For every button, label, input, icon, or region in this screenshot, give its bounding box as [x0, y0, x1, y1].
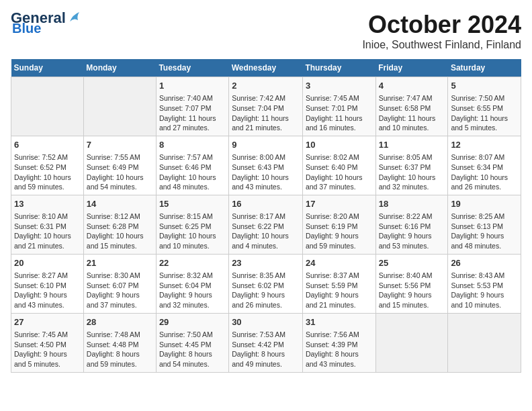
- day-info: Sunrise: 8:17 AM Sunset: 6:22 PM Dayligh…: [232, 212, 300, 251]
- calendar-cell: 22Sunrise: 8:32 AM Sunset: 6:04 PM Dayli…: [156, 254, 228, 313]
- calendar-cell: [83, 77, 156, 136]
- calendar-cell: 16Sunrise: 8:17 AM Sunset: 6:22 PM Dayli…: [229, 195, 303, 254]
- calendar-subtitle: Inioe, Southwest Finland, Finland: [362, 39, 521, 51]
- calendar-cell: 29Sunrise: 7:50 AM Sunset: 4:45 PM Dayli…: [156, 313, 228, 372]
- day-info: Sunrise: 8:07 AM Sunset: 6:34 PM Dayligh…: [451, 152, 518, 192]
- calendar-cell: 20Sunrise: 8:27 AM Sunset: 6:10 PM Dayli…: [11, 254, 84, 313]
- calendar-cell: [11, 77, 84, 136]
- weekday-header-tuesday: Tuesday: [156, 59, 228, 77]
- day-number: 8: [159, 139, 226, 151]
- calendar-title: October 2024: [362, 11, 521, 39]
- calendar-cell: 12Sunrise: 8:07 AM Sunset: 6:34 PM Dayli…: [448, 136, 521, 195]
- day-info: Sunrise: 8:15 AM Sunset: 6:25 PM Dayligh…: [159, 212, 226, 251]
- calendar-cell: 13Sunrise: 8:10 AM Sunset: 6:31 PM Dayli…: [11, 195, 84, 254]
- day-info: Sunrise: 7:45 AM Sunset: 4:50 PM Dayligh…: [14, 330, 81, 369]
- day-number: 14: [87, 198, 153, 210]
- day-info: Sunrise: 8:40 AM Sunset: 5:56 PM Dayligh…: [379, 271, 445, 310]
- day-number: 18: [379, 198, 445, 210]
- weekday-header-friday: Friday: [375, 59, 448, 77]
- logo-bird-icon: [67, 9, 82, 24]
- calendar-cell: 11Sunrise: 8:05 AM Sunset: 6:37 PM Dayli…: [375, 136, 448, 195]
- day-number: 22: [159, 257, 226, 269]
- day-number: 5: [451, 80, 518, 92]
- day-number: 24: [306, 257, 373, 269]
- calendar-week-4: 20Sunrise: 8:27 AM Sunset: 6:10 PM Dayli…: [11, 254, 521, 313]
- weekday-header-sunday: Sunday: [11, 59, 84, 77]
- day-info: Sunrise: 8:22 AM Sunset: 6:16 PM Dayligh…: [379, 212, 445, 251]
- day-info: Sunrise: 7:50 AM Sunset: 6:55 PM Dayligh…: [451, 93, 518, 133]
- day-info: Sunrise: 8:27 AM Sunset: 6:10 PM Dayligh…: [14, 271, 81, 310]
- day-info: Sunrise: 7:45 AM Sunset: 7:01 PM Dayligh…: [306, 93, 373, 133]
- day-number: 27: [14, 316, 81, 328]
- day-number: 20: [14, 257, 81, 269]
- calendar-cell: [375, 313, 448, 372]
- day-number: 19: [451, 198, 518, 210]
- day-info: Sunrise: 7:42 AM Sunset: 7:04 PM Dayligh…: [232, 93, 300, 133]
- day-number: 9: [232, 139, 300, 151]
- calendar-cell: 15Sunrise: 8:15 AM Sunset: 6:25 PM Dayli…: [156, 195, 228, 254]
- calendar-cell: 2Sunrise: 7:42 AM Sunset: 7:04 PM Daylig…: [229, 77, 303, 136]
- day-number: 28: [87, 316, 153, 328]
- day-number: 1: [159, 80, 226, 92]
- day-info: Sunrise: 8:30 AM Sunset: 6:07 PM Dayligh…: [87, 271, 153, 310]
- day-number: 6: [14, 139, 81, 151]
- calendar-cell: 27Sunrise: 7:45 AM Sunset: 4:50 PM Dayli…: [11, 313, 84, 372]
- day-info: Sunrise: 8:00 AM Sunset: 6:43 PM Dayligh…: [232, 152, 300, 192]
- calendar-cell: 7Sunrise: 7:55 AM Sunset: 6:49 PM Daylig…: [83, 136, 156, 195]
- calendar-cell: 9Sunrise: 8:00 AM Sunset: 6:43 PM Daylig…: [229, 136, 303, 195]
- calendar-cell: 14Sunrise: 8:12 AM Sunset: 6:28 PM Dayli…: [83, 195, 156, 254]
- calendar-cell: 10Sunrise: 8:02 AM Sunset: 6:40 PM Dayli…: [302, 136, 375, 195]
- day-info: Sunrise: 7:50 AM Sunset: 4:45 PM Dayligh…: [159, 330, 226, 369]
- day-info: Sunrise: 7:52 AM Sunset: 6:52 PM Dayligh…: [14, 152, 81, 192]
- calendar-cell: 25Sunrise: 8:40 AM Sunset: 5:56 PM Dayli…: [375, 254, 448, 313]
- calendar-table: SundayMondayTuesdayWednesdayThursdayFrid…: [11, 59, 521, 373]
- day-number: 3: [306, 80, 373, 92]
- day-info: Sunrise: 7:53 AM Sunset: 4:42 PM Dayligh…: [232, 330, 300, 369]
- calendar-cell: 3Sunrise: 7:45 AM Sunset: 7:01 PM Daylig…: [302, 77, 375, 136]
- weekday-header-saturday: Saturday: [448, 59, 521, 77]
- calendar-cell: 1Sunrise: 7:40 AM Sunset: 7:07 PM Daylig…: [156, 77, 228, 136]
- weekday-header-thursday: Thursday: [302, 59, 375, 77]
- day-number: 25: [379, 257, 445, 269]
- day-number: 16: [232, 198, 300, 210]
- logo-blue-text: Blue: [12, 21, 41, 35]
- day-info: Sunrise: 7:55 AM Sunset: 6:49 PM Dayligh…: [87, 152, 153, 192]
- calendar-week-1: 1Sunrise: 7:40 AM Sunset: 7:07 PM Daylig…: [11, 77, 521, 136]
- day-number: 26: [451, 257, 518, 269]
- calendar-week-2: 6Sunrise: 7:52 AM Sunset: 6:52 PM Daylig…: [11, 136, 521, 195]
- day-number: 21: [87, 257, 153, 269]
- day-number: 11: [379, 139, 445, 151]
- day-info: Sunrise: 7:47 AM Sunset: 6:58 PM Dayligh…: [379, 93, 445, 133]
- calendar-cell: 30Sunrise: 7:53 AM Sunset: 4:42 PM Dayli…: [229, 313, 303, 372]
- day-info: Sunrise: 8:25 AM Sunset: 6:13 PM Dayligh…: [451, 212, 518, 251]
- day-number: 30: [232, 316, 300, 328]
- calendar-cell: 6Sunrise: 7:52 AM Sunset: 6:52 PM Daylig…: [11, 136, 84, 195]
- day-info: Sunrise: 8:20 AM Sunset: 6:19 PM Dayligh…: [306, 212, 373, 251]
- day-info: Sunrise: 7:40 AM Sunset: 7:07 PM Dayligh…: [159, 93, 226, 133]
- day-number: 15: [159, 198, 226, 210]
- day-info: Sunrise: 7:57 AM Sunset: 6:46 PM Dayligh…: [159, 152, 226, 192]
- day-info: Sunrise: 8:10 AM Sunset: 6:31 PM Dayligh…: [14, 212, 81, 251]
- weekday-header-monday: Monday: [83, 59, 156, 77]
- day-info: Sunrise: 7:56 AM Sunset: 4:39 PM Dayligh…: [306, 330, 373, 369]
- title-block: October 2024 Inioe, Southwest Finland, F…: [362, 11, 521, 51]
- calendar-cell: [448, 313, 521, 372]
- calendar-cell: 18Sunrise: 8:22 AM Sunset: 6:16 PM Dayli…: [375, 195, 448, 254]
- day-number: 4: [379, 80, 445, 92]
- day-number: 12: [451, 139, 518, 151]
- calendar-cell: 24Sunrise: 8:37 AM Sunset: 5:59 PM Dayli…: [302, 254, 375, 313]
- day-info: Sunrise: 8:35 AM Sunset: 6:02 PM Dayligh…: [232, 271, 300, 310]
- calendar-cell: 8Sunrise: 7:57 AM Sunset: 6:46 PM Daylig…: [156, 136, 228, 195]
- calendar-cell: 5Sunrise: 7:50 AM Sunset: 6:55 PM Daylig…: [448, 77, 521, 136]
- day-number: 7: [87, 139, 153, 151]
- day-number: 13: [14, 198, 81, 210]
- day-info: Sunrise: 8:43 AM Sunset: 5:53 PM Dayligh…: [451, 271, 518, 310]
- page-header: General Blue October 2024 Inioe, Southwe…: [11, 11, 521, 51]
- calendar-cell: 4Sunrise: 7:47 AM Sunset: 6:58 PM Daylig…: [375, 77, 448, 136]
- calendar-cell: 31Sunrise: 7:56 AM Sunset: 4:39 PM Dayli…: [302, 313, 375, 372]
- calendar-week-5: 27Sunrise: 7:45 AM Sunset: 4:50 PM Dayli…: [11, 313, 521, 372]
- day-info: Sunrise: 8:02 AM Sunset: 6:40 PM Dayligh…: [306, 152, 373, 192]
- logo: General Blue: [11, 11, 82, 35]
- day-number: 17: [306, 198, 373, 210]
- calendar-cell: 21Sunrise: 8:30 AM Sunset: 6:07 PM Dayli…: [83, 254, 156, 313]
